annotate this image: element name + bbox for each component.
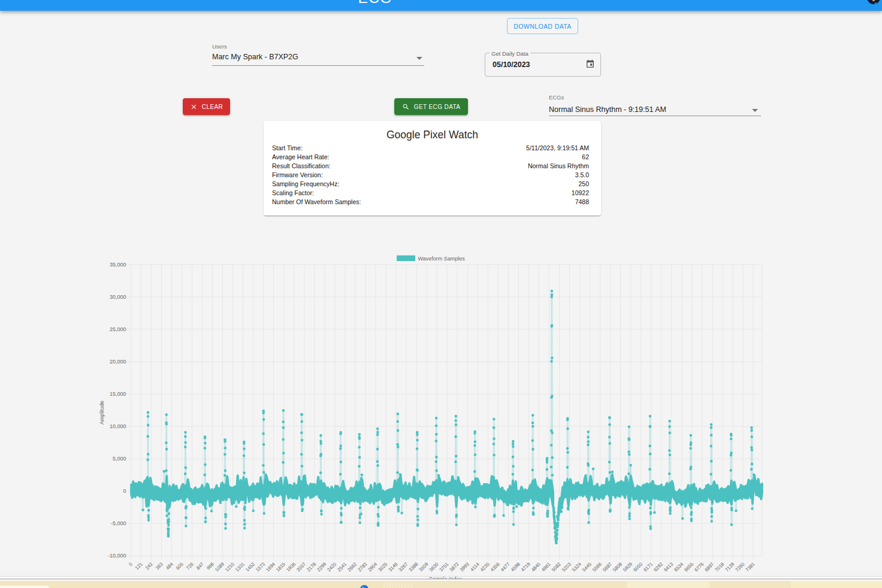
svg-text:3509: 3509 (418, 561, 430, 572)
svg-text:5,000: 5,000 (113, 456, 126, 462)
svg-text:1815: 1815 (275, 561, 286, 572)
svg-text:-5,000: -5,000 (111, 520, 126, 526)
svg-text:4719: 4719 (520, 561, 531, 572)
svg-text:4961: 4961 (540, 561, 552, 572)
svg-text:6897: 6897 (703, 561, 715, 572)
svg-text:10,000: 10,000 (110, 423, 126, 429)
svg-text:2299: 2299 (316, 561, 327, 572)
svg-text:2178: 2178 (306, 561, 317, 572)
svg-text:3146: 3146 (388, 561, 399, 572)
svg-text:2057: 2057 (295, 561, 307, 572)
svg-text:484: 484 (165, 561, 174, 571)
svg-text:6534: 6534 (673, 561, 684, 572)
svg-text:4235: 4235 (479, 561, 491, 572)
svg-text:1694: 1694 (265, 561, 276, 572)
svg-text:1452: 1452 (244, 561, 256, 572)
svg-text:2541: 2541 (336, 561, 348, 572)
svg-text:20,000: 20,000 (110, 359, 126, 365)
svg-text:5808: 5808 (612, 561, 623, 572)
svg-text:5929: 5929 (622, 561, 633, 572)
svg-text:0: 0 (123, 488, 126, 494)
svg-text:6776: 6776 (693, 561, 705, 572)
svg-text:5324: 5324 (571, 561, 582, 572)
svg-text:3025: 3025 (377, 561, 388, 572)
svg-text:1331: 1331 (234, 561, 246, 572)
svg-text:7018: 7018 (714, 561, 725, 572)
svg-text:6171: 6171 (642, 561, 654, 572)
svg-text:3993: 3993 (459, 561, 470, 572)
svg-text:121: 121 (134, 561, 144, 571)
svg-text:7139: 7139 (724, 561, 735, 572)
svg-text:Waveform Samples: Waveform Samples (418, 256, 466, 262)
svg-text:7260: 7260 (735, 561, 746, 572)
svg-text:5687: 5687 (602, 561, 613, 572)
svg-text:4598: 4598 (510, 561, 521, 572)
svg-text:4477: 4477 (500, 561, 511, 572)
svg-text:3267: 3267 (398, 561, 409, 572)
svg-text:363: 363 (155, 561, 164, 571)
svg-text:1936: 1936 (285, 561, 297, 572)
svg-text:2420: 2420 (326, 561, 337, 572)
svg-text:25,000: 25,000 (110, 326, 126, 332)
svg-text:Amplitude: Amplitude (99, 401, 105, 425)
svg-text:726: 726 (185, 561, 195, 571)
svg-text:5082: 5082 (551, 561, 562, 572)
svg-text:0: 0 (128, 561, 134, 567)
svg-text:3872: 3872 (449, 561, 460, 572)
svg-text:4114: 4114 (469, 561, 481, 572)
svg-text:5566: 5566 (591, 561, 603, 572)
svg-text:5445: 5445 (581, 561, 593, 572)
svg-text:-10,000: -10,000 (108, 553, 126, 559)
svg-text:5203: 5203 (561, 561, 572, 572)
svg-text:2662: 2662 (346, 561, 358, 572)
svg-text:2904: 2904 (367, 561, 378, 572)
svg-text:3751: 3751 (439, 561, 450, 572)
svg-text:30,000: 30,000 (110, 294, 126, 300)
svg-text:3388: 3388 (408, 561, 419, 572)
svg-text:847: 847 (195, 561, 205, 571)
svg-text:4356: 4356 (490, 561, 501, 572)
svg-text:605: 605 (175, 561, 185, 571)
svg-text:1089: 1089 (214, 561, 225, 572)
svg-text:6655: 6655 (683, 561, 694, 572)
svg-text:6292: 6292 (653, 561, 664, 572)
svg-text:6050: 6050 (632, 561, 644, 572)
svg-text:1210: 1210 (224, 561, 235, 572)
svg-text:2783: 2783 (357, 561, 368, 572)
svg-text:3630: 3630 (428, 561, 440, 572)
svg-text:4840: 4840 (530, 561, 542, 572)
svg-text:7381: 7381 (745, 561, 756, 572)
svg-text:6413: 6413 (663, 561, 674, 572)
svg-text:1573: 1573 (255, 561, 266, 572)
svg-text:35,000: 35,000 (110, 262, 126, 268)
svg-text:242: 242 (144, 561, 154, 571)
svg-text:15,000: 15,000 (110, 391, 126, 397)
